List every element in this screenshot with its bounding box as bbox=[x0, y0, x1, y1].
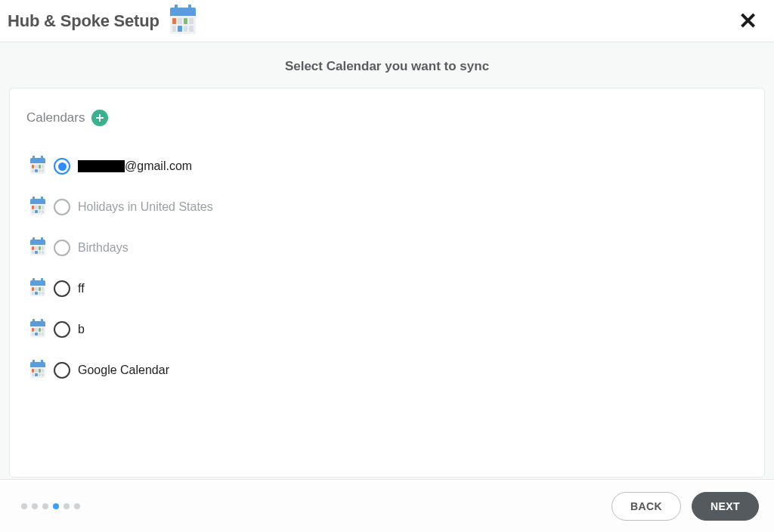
add-calendar-button[interactable] bbox=[91, 110, 108, 126]
calendar-radio bbox=[54, 240, 70, 256]
calendar-label: @gmail.com bbox=[78, 159, 192, 173]
calendar-row: b bbox=[26, 309, 748, 350]
calendar-icon bbox=[29, 199, 46, 215]
calendar-radio[interactable] bbox=[54, 362, 70, 379]
next-button[interactable]: NEXT bbox=[692, 492, 759, 521]
calendar-radio[interactable] bbox=[54, 158, 70, 175]
calendar-icon bbox=[167, 5, 199, 37]
calendar-label: Google Calendar bbox=[78, 363, 169, 377]
close-icon[interactable]: ✕ bbox=[734, 7, 762, 36]
progress-dot bbox=[42, 503, 48, 509]
plus-icon bbox=[95, 113, 104, 122]
progress-dot bbox=[21, 503, 27, 509]
progress-dot bbox=[53, 503, 59, 509]
calendar-row: ff bbox=[26, 268, 748, 309]
calendar-label: ff bbox=[78, 282, 85, 295]
redacted-text bbox=[78, 160, 125, 172]
calendar-row: Holidays in United States bbox=[26, 187, 748, 227]
calendar-list: @gmail.comHolidays in United StatesBirth… bbox=[26, 146, 748, 391]
back-button[interactable]: BACK bbox=[611, 492, 681, 521]
step-subtitle: Select Calendar you want to sync bbox=[0, 42, 774, 88]
calendar-icon bbox=[29, 280, 46, 297]
back-button-label: BACK bbox=[630, 500, 662, 512]
wizard-footer: BACK NEXT bbox=[0, 479, 774, 532]
calendar-radio[interactable] bbox=[54, 280, 70, 297]
calendar-label: Birthdays bbox=[78, 241, 128, 255]
calendar-row: @gmail.com bbox=[26, 146, 748, 187]
progress-dot bbox=[74, 503, 80, 509]
dialog-title: Hub & Spoke Setup bbox=[8, 11, 159, 31]
calendar-radio bbox=[54, 199, 70, 215]
section-title: Calendars bbox=[26, 110, 85, 125]
calendar-row: Google Calendar bbox=[26, 350, 748, 391]
calendar-icon bbox=[29, 362, 46, 379]
next-button-label: NEXT bbox=[711, 500, 740, 512]
calendar-row: Birthdays bbox=[26, 227, 748, 268]
calendar-label: Holidays in United States bbox=[78, 200, 213, 214]
progress-dot bbox=[63, 503, 70, 509]
calendar-icon bbox=[29, 321, 46, 338]
progress-dots bbox=[21, 503, 80, 509]
calendar-label: b bbox=[78, 323, 85, 336]
calendar-select-card: Calendars @gmail.comHolidays in United S… bbox=[9, 88, 765, 478]
dialog-header: Hub & Spoke Setup ✕ bbox=[0, 0, 774, 42]
calendar-icon bbox=[29, 240, 46, 256]
calendar-icon bbox=[29, 158, 46, 175]
calendar-radio[interactable] bbox=[54, 321, 70, 338]
progress-dot bbox=[32, 503, 38, 509]
